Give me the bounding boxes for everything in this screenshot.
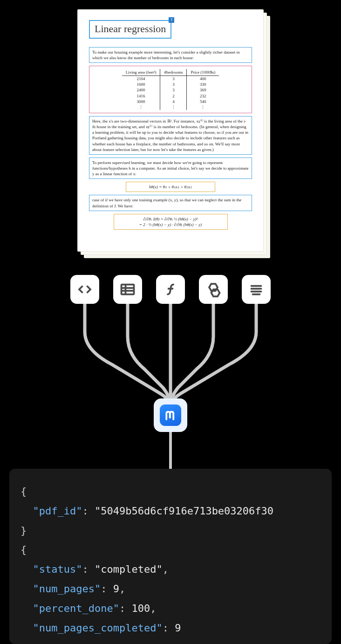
- doc-para3-block: To perform supervised learning, we must …: [89, 158, 252, 179]
- logo-box: [154, 398, 187, 432]
- table-row: 14162232: [122, 93, 219, 99]
- table-icon: [113, 275, 142, 304]
- doc-para4-text: case of if we have only one training exa…: [92, 198, 241, 208]
- icon-row: [70, 275, 271, 304]
- table-row: ⋮⋮⋮: [122, 104, 219, 110]
- code-output: { "pdf_id": "5049b56d6cf916e713be03206f3…: [9, 469, 332, 644]
- table-header: #bedrooms: [160, 69, 187, 76]
- table-header: Living area (feet²): [122, 69, 160, 76]
- doc-intro-block: To make our housing example more interes…: [89, 47, 252, 63]
- doc-page-front: Linear regression T To make our housing …: [77, 9, 264, 252]
- function-icon: [156, 275, 185, 304]
- doc-title: Linear regression T: [89, 20, 171, 39]
- logo-icon: [160, 404, 181, 426]
- doc-formula2b: = 2 · ½ (hθ(x) − y) · ∂/∂θⱼ (hθ(x) − y): [117, 222, 225, 227]
- doc-formula1-block: hθ(x) = θ₀ + θ₁x₁ + θ₂x₂: [126, 182, 216, 192]
- doc-para3-text: To perform supervised learning, we must …: [92, 160, 249, 176]
- doc-para4-block: case of if we have only one training exa…: [89, 195, 252, 211]
- document-stack: Linear regression T To make our housing …: [77, 9, 264, 256]
- table-header: Price (1000$s): [187, 69, 219, 76]
- doc-title-tag: T: [169, 17, 174, 23]
- connector-lines: [0, 304, 341, 406]
- code-icon: [70, 275, 99, 304]
- doc-formula2a: ∂/∂θⱼ J(θ) = ∂/∂θⱼ ½ (hθ(x) − y)²: [117, 216, 225, 222]
- doc-title-text: Linear regression: [95, 23, 166, 34]
- text-icon: [242, 275, 271, 304]
- doc-formula1: hθ(x) = θ₀ + θ₁x₁ + θ₂x₂: [149, 185, 192, 189]
- doc-formula2-block: ∂/∂θⱼ J(θ) = ∂/∂θⱼ ½ (hθ(x) − y)² = 2 · …: [114, 214, 228, 230]
- svg-rect-0: [122, 285, 134, 295]
- doc-table-block: Living area (feet²)#bedroomsPrice (1000$…: [89, 66, 252, 113]
- molecule-icon: [199, 275, 228, 304]
- table-row: 30004540: [122, 99, 219, 104]
- logo-to-code-line: [169, 432, 172, 469]
- table-row: 24003369: [122, 87, 219, 93]
- doc-para2-block: Here, the x's are two-dimensional vector…: [89, 116, 252, 155]
- table-row: 16003330: [122, 82, 219, 87]
- doc-intro-text: To make our housing example more interes…: [92, 50, 239, 60]
- table-row: 21043400: [122, 76, 219, 82]
- doc-table: Living area (feet²)#bedroomsPrice (1000$…: [122, 69, 219, 110]
- doc-para2-text: Here, the x's are two-dimensional vector…: [92, 119, 248, 152]
